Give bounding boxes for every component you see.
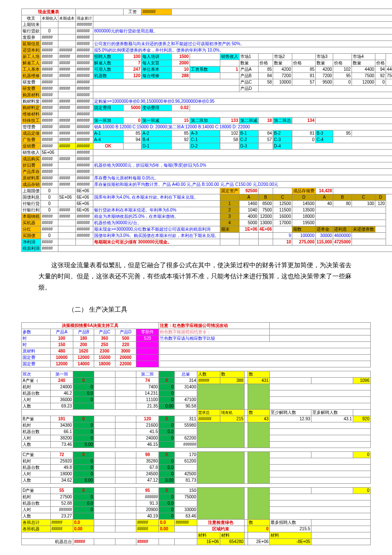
cashflow-table: 现金流量表 工资 ###### 收支 本期收入 本期成本 现金累计 上期转来##… (21, 9, 392, 252)
cashflow-title: 现金流量表 (22, 9, 76, 15)
subtitle: （二） 生产决策工具 (68, 306, 371, 314)
col-gongzi: 工资 (123, 9, 141, 15)
sim-table: 决策模拟情景6A决策支持工具 注意：红色数字应根据公司情况改动 参数 产品A产品… (21, 322, 371, 545)
paragraph-1: 这张现金流量表看似繁乱，但是它融合了很多公式在其中，使决策过程中的财务计算更加简… (38, 260, 354, 293)
